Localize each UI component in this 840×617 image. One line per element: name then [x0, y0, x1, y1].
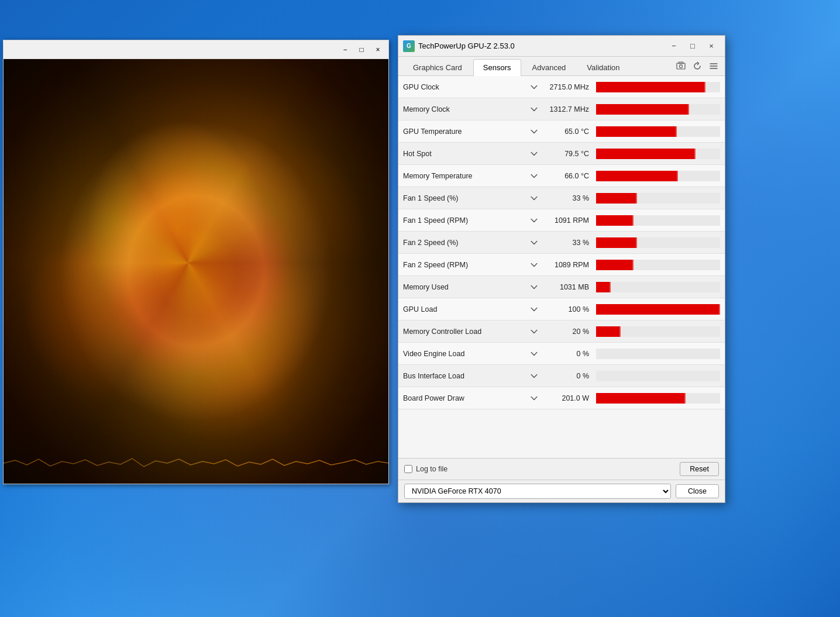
bg-maximize-button[interactable]: □: [353, 42, 370, 58]
gpuz-title: TechPowerUp GPU-Z 2.53.0: [418, 42, 665, 50]
sensor-bar: [596, 260, 634, 270]
gpuz-title-controls: − □ ×: [665, 38, 720, 54]
sensor-name: GPU Temperature: [398, 127, 527, 136]
sensor-bar: [596, 82, 705, 92]
sensor-bar-container: [596, 193, 720, 204]
sensor-bar-container: [596, 304, 720, 315]
sensor-row: Board Power Draw201.0 W: [398, 387, 725, 409]
sensor-name: Hot Spot: [398, 150, 527, 158]
sensor-bar: [596, 304, 720, 315]
sensor-row: Memory Controller Load20 %: [398, 320, 725, 343]
sensor-value: 1031 MB: [541, 283, 594, 291]
sensor-name: Fan 2 Speed (%): [398, 239, 527, 247]
background-window: − □ ×: [3, 40, 389, 484]
gpuz-close-button[interactable]: ×: [703, 38, 720, 54]
sensor-dropdown-button[interactable]: [527, 102, 541, 116]
gpuz-content: GPU Clock2715.0 MHzMemory Clock1312.7 MH…: [398, 76, 725, 458]
sensor-value: 66.0 °C: [541, 172, 594, 180]
sensor-dropdown-button[interactable]: [527, 302, 541, 316]
sensor-value: 1312.7 MHz: [541, 105, 594, 113]
sensor-bar: [596, 193, 637, 204]
sensor-dropdown-button[interactable]: [527, 325, 541, 339]
gpuz-toolbar: [674, 59, 720, 75]
sensor-bar: [596, 237, 637, 248]
sensor-row: GPU Temperature65.0 °C: [398, 120, 725, 143]
sensors-list: GPU Clock2715.0 MHzMemory Clock1312.7 MH…: [398, 76, 725, 409]
sensor-dropdown-button[interactable]: [527, 258, 541, 272]
bg-close-button[interactable]: ×: [370, 42, 386, 58]
gpuz-icon-text: G: [407, 43, 411, 49]
sensor-bar-container: [596, 282, 720, 292]
sensor-bar-container: [596, 104, 720, 115]
sensor-dropdown-button[interactable]: [527, 369, 541, 383]
sensor-value: 100 %: [541, 305, 594, 313]
gpuz-bottom: Log to file Reset: [398, 458, 725, 480]
sensor-name: Fan 1 Speed (%): [398, 194, 527, 202]
sensor-bar-container: [596, 126, 720, 137]
sensor-row: Memory Used1031 MB: [398, 276, 725, 298]
bg-window-titlebar: − □ ×: [4, 40, 388, 59]
sensor-bar-container: [596, 326, 720, 337]
gpuz-minimize-button[interactable]: −: [665, 38, 683, 54]
sensor-value: 1091 RPM: [541, 216, 594, 225]
sensor-row: GPU Clock2715.0 MHz: [398, 76, 725, 98]
sensor-bar-container: [596, 371, 720, 381]
sensor-bar-container: [596, 393, 720, 404]
close-button[interactable]: Close: [676, 484, 719, 498]
gpuz-maximize-button[interactable]: □: [684, 38, 701, 54]
sensor-bar-container: [596, 349, 720, 359]
sensor-dropdown-button[interactable]: [527, 169, 541, 183]
sensors-wrapper: GPU Clock2715.0 MHzMemory Clock1312.7 MH…: [398, 76, 725, 458]
menu-button[interactable]: [707, 60, 720, 73]
sensor-bar: [596, 215, 634, 226]
tab-advanced[interactable]: Advanced: [522, 59, 576, 75]
sensor-name: Memory Controller Load: [398, 328, 527, 336]
tab-sensors[interactable]: Sensors: [473, 59, 521, 76]
sensor-row: Bus Interface Load0 %: [398, 365, 725, 387]
sensor-name: Board Power Draw: [398, 394, 527, 402]
sensor-bar-container: [596, 171, 720, 181]
sensor-row: Fan 1 Speed (RPM)1091 RPM: [398, 209, 725, 232]
screenshot-button[interactable]: [674, 60, 687, 73]
sensor-value: 0 %: [541, 350, 594, 358]
tab-graphics-card[interactable]: Graphics Card: [403, 59, 472, 75]
sensor-dropdown-button[interactable]: [527, 191, 541, 205]
sensor-dropdown-button[interactable]: [527, 236, 541, 250]
sensor-bar: [596, 149, 696, 159]
sensor-row: Fan 2 Speed (RPM)1089 RPM: [398, 254, 725, 276]
log-to-file-checkbox[interactable]: [404, 465, 412, 473]
sensor-name: Video Engine Load: [398, 350, 527, 358]
bg-minimize-button[interactable]: −: [337, 42, 353, 58]
sensor-row: Fan 1 Speed (%)33 %: [398, 187, 725, 209]
sensor-dropdown-button[interactable]: [527, 347, 541, 361]
sensor-row: Video Engine Load0 %: [398, 343, 725, 365]
sensor-row: Memory Temperature66.0 °C: [398, 165, 725, 187]
sensor-value: 65.0 °C: [541, 127, 594, 136]
sensor-name: Memory Temperature: [398, 172, 527, 180]
sensor-dropdown-button[interactable]: [527, 125, 541, 139]
sensor-row: Fan 2 Speed (%)33 %: [398, 232, 725, 254]
sensor-bar: [596, 171, 678, 181]
sensor-bar: [596, 126, 677, 137]
sensor-bar: [596, 326, 621, 337]
bg-window-content: [4, 59, 388, 484]
sensors-scroll-area[interactable]: GPU Clock2715.0 MHzMemory Clock1312.7 MH…: [398, 76, 725, 458]
sensor-dropdown-button[interactable]: [527, 213, 541, 228]
gpuz-titlebar: G TechPowerUp GPU-Z 2.53.0 − □ ×: [398, 36, 725, 57]
sensor-bar-container: [596, 149, 720, 159]
tab-validation[interactable]: Validation: [577, 59, 629, 75]
sensor-dropdown-button[interactable]: [527, 80, 541, 94]
sensor-dropdown-button[interactable]: [527, 280, 541, 294]
sensor-value: 1089 RPM: [541, 261, 594, 269]
sensor-value: 2715.0 MHz: [541, 83, 594, 91]
reset-button[interactable]: Reset: [680, 462, 719, 476]
sensor-bar-container: [596, 82, 720, 92]
sensor-name: GPU Clock: [398, 83, 527, 91]
sensor-name: GPU Load: [398, 305, 527, 313]
sensor-dropdown-button[interactable]: [527, 147, 541, 161]
gpu-selector[interactable]: NVIDIA GeForce RTX 4070: [404, 484, 671, 499]
sensor-bar: [596, 104, 689, 115]
sensor-dropdown-button[interactable]: [527, 391, 541, 405]
refresh-button[interactable]: [691, 60, 704, 73]
sensor-bar-container: [596, 215, 720, 226]
